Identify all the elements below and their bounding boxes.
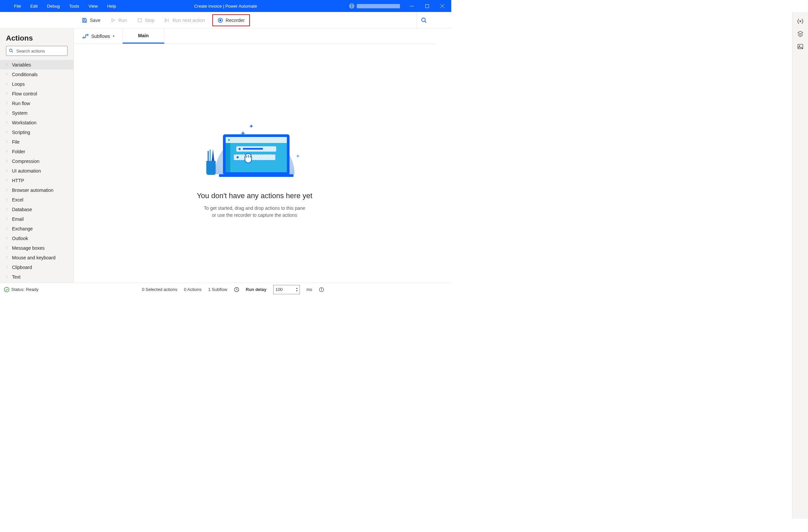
stop-label: Stop [145,18,155,23]
maximize-button[interactable] [419,0,435,12]
spinner-buttons[interactable]: ▴▾ [296,287,297,292]
chevron-down-icon[interactable]: ▾ [296,290,297,292]
action-category-text[interactable]: 〉Text [0,272,74,282]
tab-main[interactable]: Main [123,28,164,43]
svg-rect-4 [425,4,429,8]
menu-help[interactable]: Help [103,1,121,11]
action-category-database[interactable]: 〉Database [0,205,74,214]
save-label: Save [90,18,100,23]
action-category-exchange[interactable]: 〉Exchange [0,224,74,233]
recorder-label: Recorder [226,18,245,23]
action-category-browser-automation[interactable]: 〉Browser automation [0,185,74,195]
action-category-date-time[interactable]: 〉Date time [0,282,74,283]
category-label: Mouse and keyboard [12,255,56,260]
category-label: Message boxes [12,245,44,251]
recorder-button[interactable]: Recorder [212,14,250,26]
chevron-right-icon: 〉 [6,178,9,183]
svg-rect-26 [226,137,287,143]
chevron-right-icon: 〉 [6,130,9,135]
titlebar-right [349,0,450,12]
category-label: Clipboard [12,265,32,270]
clock-icon [234,287,239,292]
chevron-right-icon: 〉 [6,120,9,125]
action-category-excel[interactable]: 〉Excel [0,195,74,205]
menu-debug[interactable]: Debug [42,1,64,11]
minimize-button[interactable] [404,0,419,12]
chevron-right-icon: 〉 [6,274,9,279]
action-category-outlook[interactable]: 〉Outlook [0,233,74,243]
empty-illustration [200,108,310,184]
menu-view[interactable]: View [84,1,103,11]
action-category-loops[interactable]: 〉Loops [0,79,74,89]
info-icon[interactable] [319,287,324,292]
category-label: Browser automation [12,188,54,193]
toolbar-search-button[interactable] [416,12,431,28]
chevron-right-icon: 〉 [6,72,9,77]
actions-tree[interactable]: 〉Variables〉Conditionals〉Loops〉Flow contr… [0,60,74,283]
run-button[interactable]: Run [107,16,131,25]
action-category-ui-automation[interactable]: 〉UI automation [0,166,74,175]
save-button[interactable]: Save [78,16,105,25]
svg-rect-11 [84,21,86,22]
action-category-flow-control[interactable]: 〉Flow control [0,89,74,98]
globe-icon [349,3,355,9]
tenant-switcher[interactable] [349,3,400,9]
action-category-clipboard[interactable]: 〉Clipboard [0,262,74,272]
svg-rect-31 [243,148,263,150]
svg-line-19 [12,52,13,53]
empty-heading: You don't have any actions here yet [197,191,312,200]
svg-rect-23 [210,150,210,162]
subflows-icon [82,34,89,39]
action-category-system[interactable]: 〉System [0,108,74,118]
chevron-down-icon: ▾ [113,34,114,38]
action-category-run-flow[interactable]: 〉Run flow [0,98,74,108]
category-label: Outlook [12,236,28,241]
record-icon [218,18,223,23]
run-delay-unit: ms [307,287,312,292]
action-category-scripting[interactable]: 〉Scripting [0,127,74,137]
subflows-label: Subflows [91,34,110,39]
run-delay-value: 100 [276,287,283,292]
action-category-conditionals[interactable]: 〉Conditionals [0,70,74,79]
menu-tools[interactable]: Tools [65,1,84,11]
svg-line-17 [425,21,426,23]
menu-bar: File Edit Debug Tools View Help [0,1,121,11]
chevron-right-icon: 〉 [6,169,9,173]
chevron-right-icon: 〉 [6,101,9,106]
subflows-dropdown[interactable]: Subflows ▾ [78,32,118,41]
category-label: Email [12,216,24,222]
run-next-action-button[interactable]: Run next action [160,16,209,25]
close-button[interactable] [435,0,450,12]
svg-point-30 [239,148,241,150]
action-category-email[interactable]: 〉Email [0,214,74,224]
check-circle-icon [4,287,9,292]
action-category-mouse-and-keyboard[interactable]: 〉Mouse and keyboard [0,253,74,262]
chevron-right-icon: 〉 [6,207,9,212]
category-label: System [12,110,27,116]
svg-point-21 [87,34,88,36]
chevron-right-icon: 〉 [6,159,9,164]
action-category-http[interactable]: 〉HTTP [0,175,74,185]
category-label: Folder [12,149,25,154]
designer-canvas[interactable]: You don't have any actions here yet To g… [74,44,435,283]
maximize-icon [425,4,429,8]
chevron-right-icon: 〉 [6,255,9,260]
category-label: Conditionals [12,72,38,77]
subflows-count: 1 Subflow [208,287,227,292]
svg-rect-35 [219,174,294,177]
selected-actions-count: 0 Selected actions [142,287,177,292]
svg-point-15 [219,19,221,21]
action-category-compression[interactable]: 〉Compression [0,156,74,166]
action-category-workstation[interactable]: 〉Workstation [0,118,74,127]
menu-edit[interactable]: Edit [25,1,42,11]
action-category-variables[interactable]: 〉Variables [0,60,74,70]
action-category-file[interactable]: 〉File [0,137,74,147]
action-category-message-boxes[interactable]: 〉Message boxes [0,243,74,253]
search-placeholder: Search actions [16,49,45,54]
search-actions-input[interactable]: Search actions [6,46,68,56]
run-delay-input[interactable]: 100 ▴▾ [273,285,300,294]
menu-file[interactable]: File [9,1,25,11]
stop-button[interactable]: Stop [133,16,159,25]
svg-rect-12 [138,19,142,22]
action-category-folder[interactable]: 〉Folder [0,147,74,156]
